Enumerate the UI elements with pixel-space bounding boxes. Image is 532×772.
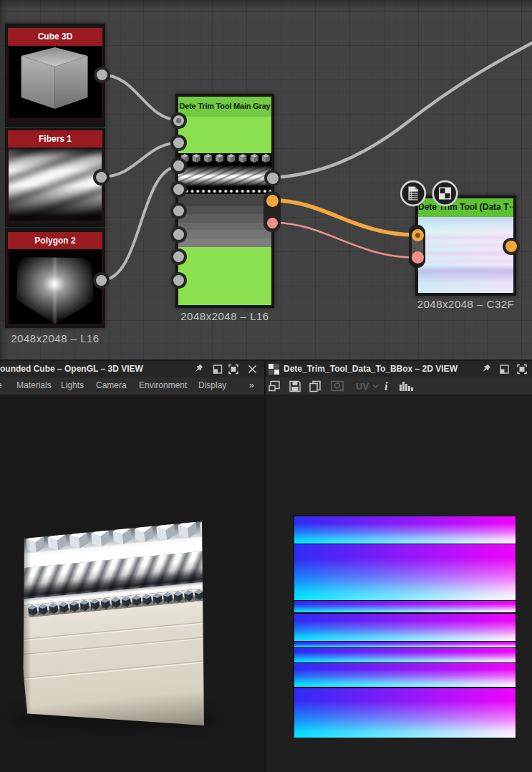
svg-text:i: i — [385, 380, 388, 392]
svg-text:UV: UV — [356, 381, 369, 392]
